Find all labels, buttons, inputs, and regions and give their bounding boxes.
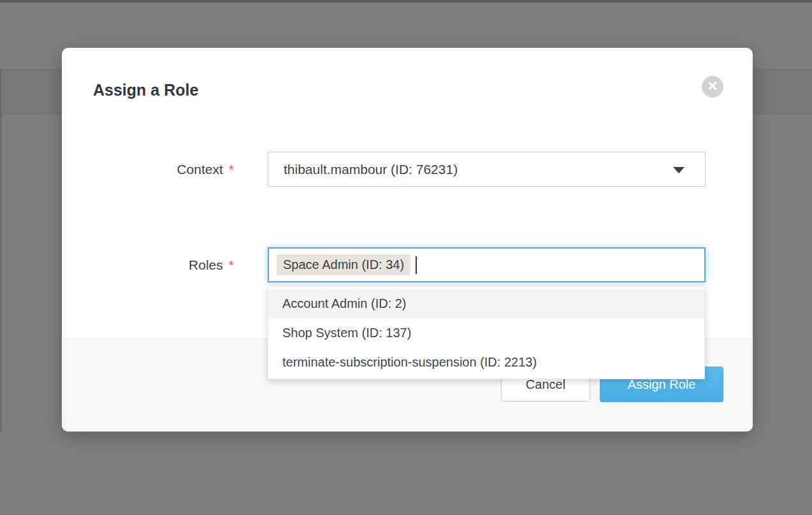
roles-dropdown: Account Admin (ID: 2) Shop System (ID: 1… — [268, 286, 705, 379]
backdrop-left-edge — [0, 69, 2, 432]
modal-title: Assign a Role — [93, 80, 198, 100]
chevron-down-icon — [673, 167, 685, 173]
dropdown-option-account-admin[interactable]: Account Admin (ID: 2) — [268, 289, 704, 318]
backdrop-top-strip — [0, 0, 812, 3]
close-button[interactable]: ✕ — [702, 76, 723, 98]
text-cursor — [416, 256, 417, 274]
context-select[interactable]: thibault.mambour (ID: 76231) — [268, 152, 706, 187]
close-icon: ✕ — [707, 80, 718, 92]
required-asterisk: * — [229, 162, 234, 177]
roles-label: Roles* — [62, 247, 234, 282]
dropdown-option-shop-system[interactable]: Shop System (ID: 137) — [268, 318, 704, 347]
roles-token-input[interactable]: Space Admin (ID: 34) — [268, 247, 706, 282]
role-token[interactable]: Space Admin (ID: 34) — [277, 254, 410, 275]
dropdown-option-terminate-subscription[interactable]: terminate-subscription-suspension (ID: 2… — [268, 347, 704, 377]
required-asterisk: * — [229, 258, 234, 272]
context-label: Context* — [62, 152, 234, 187]
assign-role-modal: Assign a Role ✕ Context* thibault.mambou… — [62, 48, 753, 432]
context-select-value: thibault.mambour (ID: 76231) — [284, 162, 458, 177]
